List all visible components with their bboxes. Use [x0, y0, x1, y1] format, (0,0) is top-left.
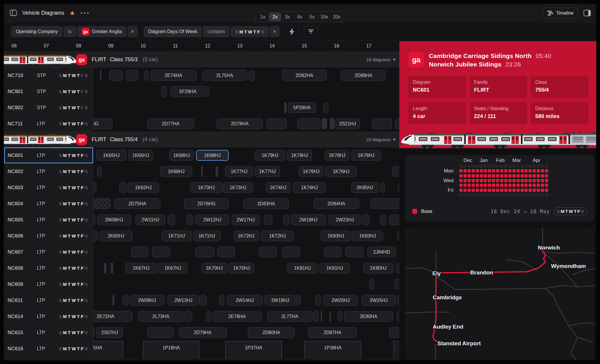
timeline-block-1P38HA[interactable]: 1P38HA — [304, 341, 361, 359]
group-diagram-count[interactable]: 19 diagrams — [366, 57, 396, 62]
calendar-day-cell[interactable] — [529, 184, 532, 187]
timeline-block[interactable] — [380, 182, 385, 193]
timeline-block-1K72HJ[interactable]: 1K72HJ — [261, 230, 294, 241]
calendar-day-cell[interactable] — [521, 193, 524, 196]
calendar-day-cell[interactable] — [537, 169, 540, 172]
calendar-day-cell[interactable] — [484, 189, 487, 192]
calendar-day-cell[interactable] — [492, 189, 495, 192]
group-diagram-count[interactable]: 23 diagrams — [366, 137, 396, 142]
timeline-block[interactable] — [100, 70, 101, 81]
timeline-view-button[interactable]: Timeline — [543, 8, 578, 18]
row-label-NC609[interactable]: NC609LTPSMTWTFS — [4, 276, 93, 292]
zoom-button-1x[interactable]: 1x — [257, 13, 269, 21]
timeline-block-1K83HJ[interactable]: 1K83HJ — [321, 230, 351, 241]
calendar-day-cell[interactable] — [524, 165, 528, 168]
calendar-day-cell[interactable] — [484, 165, 487, 168]
calendar-day-cell[interactable] — [537, 174, 540, 177]
timeline-block[interactable] — [259, 247, 277, 257]
calendar-day-cell[interactable] — [504, 179, 507, 182]
calendar-day-cell[interactable] — [537, 165, 540, 168]
timeline-block-1K74HJ[interactable]: 1K74HJ — [293, 182, 326, 193]
timeline-block[interactable] — [264, 214, 272, 225]
timeline-block-1K79HJ[interactable]: 1K79HJ — [287, 150, 312, 161]
timeline-block[interactable] — [282, 247, 300, 257]
timeline-block[interactable] — [184, 311, 192, 322]
calendar-day-cell[interactable] — [496, 184, 499, 187]
calendar-day-cell[interactable] — [541, 165, 544, 168]
timeline-block-2D83HA[interactable]: 2D83HA — [243, 198, 289, 209]
calendar-day-cell[interactable] — [459, 193, 463, 196]
calendar-day-cell[interactable] — [517, 179, 520, 182]
timeline-block-1K81HJ[interactable]: 1K81HJ — [319, 263, 350, 274]
timeline-block-2D80HA[interactable]: 2D80HA — [248, 327, 295, 338]
calendar-day-cell[interactable] — [533, 165, 536, 168]
timeline-block[interactable] — [330, 118, 335, 129]
calendar-day-cell[interactable] — [504, 193, 507, 196]
row-label-NC604[interactable]: NC604LTPSMTWTFS — [4, 196, 93, 212]
calendar-day-cell[interactable] — [512, 165, 516, 168]
calendar-day-cell[interactable] — [533, 174, 536, 177]
filter-value-chip[interactable]: gaGreater Anglia — [77, 26, 127, 37]
timeline-block[interactable] — [313, 311, 319, 322]
calendar-day-cell[interactable] — [496, 193, 499, 196]
timeline-block-2W18HJ[interactable]: 2W18HJ — [291, 214, 326, 225]
timeline-block-1K65HJ[interactable]: 1K65HJ — [96, 150, 126, 161]
sidebar-right-toggle-icon[interactable] — [583, 10, 591, 16]
filter-remove-button[interactable]: ✕ — [270, 26, 280, 37]
calendar-day-cell[interactable] — [459, 169, 463, 172]
timeline-block[interactable] — [219, 295, 224, 306]
calendar-day-cell[interactable] — [484, 184, 487, 187]
timeline-block[interactable] — [267, 118, 287, 129]
timeline-block-1K70HJ[interactable]: 1K70HJ — [201, 263, 227, 274]
timeline-block[interactable] — [322, 118, 327, 129]
calendar-day-cell[interactable] — [537, 179, 540, 182]
timeline-block[interactable] — [394, 279, 399, 290]
calendar-day-cell[interactable] — [545, 174, 548, 177]
timeline-block-2D89HA[interactable]: 2D89HA — [341, 70, 386, 81]
row-label-NC711[interactable]: NC711LTPSMTWTFS — [4, 116, 93, 132]
calendar-day-cell[interactable] — [488, 179, 491, 182]
calendar-day-cell[interactable] — [545, 179, 548, 182]
calendar-day-cell[interactable] — [459, 184, 463, 187]
calendar-day-cell[interactable] — [459, 179, 463, 182]
calendar-day-cell[interactable] — [459, 189, 463, 192]
timeline-block-1K77HJ[interactable]: 1K77HJ — [255, 166, 280, 177]
calendar-day-cell[interactable] — [541, 169, 544, 172]
calendar-day-cell[interactable] — [508, 174, 512, 177]
calendar-day-cell[interactable] — [504, 184, 507, 187]
timeline-block-2W23HJ[interactable]: 2W23HJ — [328, 214, 361, 225]
timeline-block-1K68HJ[interactable]: 1K68HJ — [196, 150, 229, 161]
calendar-day-cell[interactable] — [508, 169, 512, 172]
timeline-block-1K74HJ[interactable]: 1K74HJ — [266, 182, 291, 193]
timeline-block[interactable] — [131, 247, 148, 257]
calendar-day-cell[interactable] — [545, 169, 548, 172]
timeline-block-1K70HJ[interactable]: 1K70HJ — [229, 263, 254, 274]
timeline-block[interactable] — [393, 341, 399, 359]
timeline-block[interactable] — [152, 247, 170, 257]
calendar-day-cell[interactable] — [524, 169, 528, 172]
zoom-button-4x[interactable]: 4x — [294, 13, 306, 21]
timeline-block-5P28HA[interactable]: 5P28HA — [288, 102, 316, 113]
calendar-day-cell[interactable] — [533, 193, 536, 196]
calendar-day-cell[interactable] — [484, 193, 487, 196]
calendar-day-cell[interactable] — [480, 169, 483, 172]
calendar-day-cell[interactable] — [504, 169, 507, 172]
calendar-day-cell[interactable] — [484, 179, 487, 182]
calendar-day-cell[interactable] — [529, 174, 532, 177]
row-label-NC710[interactable]: NC710STPSMTWTFS — [4, 67, 93, 83]
timeline-block-1K65HJ[interactable]: 1K65HJ — [128, 150, 153, 161]
calendar-day-cell[interactable] — [492, 184, 495, 187]
row-label-NC605[interactable]: NC605LTPSMTWTFS — [4, 212, 93, 228]
timeline-block-2K60HJ[interactable]: 2K60HJ — [100, 230, 132, 241]
timeline-block[interactable] — [126, 70, 138, 81]
timeline-block-2D84HA[interactable]: 2D84HA — [313, 198, 359, 209]
calendar-day-cell[interactable] — [496, 189, 499, 192]
calendar-day-cell[interactable] — [508, 165, 512, 168]
calendar-day-cell[interactable] — [517, 165, 520, 168]
calendar-day-cell[interactable] — [500, 179, 503, 182]
calendar-day-cell[interactable] — [468, 179, 471, 182]
calendar-day-cell[interactable] — [508, 193, 512, 196]
timeline-block[interactable] — [147, 327, 174, 338]
calendar-day-cell[interactable] — [468, 193, 471, 196]
timeline-block-2L73HA[interactable]: 2L73HA — [138, 311, 184, 322]
